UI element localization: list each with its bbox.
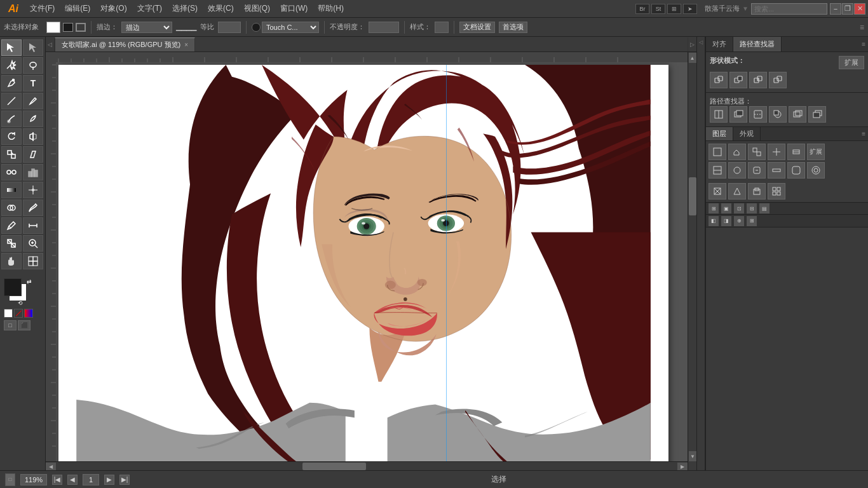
artboard-number-input[interactable]: 1 (83, 474, 99, 485)
layout-icon-btn[interactable]: ⊞ (667, 4, 681, 14)
layers-icon-3[interactable] (748, 144, 766, 160)
expand-button[interactable]: 扩展 (839, 56, 864, 69)
brush-select[interactable]: Touch C... (262, 22, 319, 33)
st-icon-btn[interactable]: St (651, 4, 665, 14)
menu-window[interactable]: 窗口(W) (276, 1, 312, 16)
br-icon-btn[interactable]: Br (635, 4, 649, 14)
rpanel-tool-d[interactable]: ⊟ (747, 203, 757, 214)
layers-tab[interactable]: 图层 (706, 127, 733, 140)
rpanel-tool-i[interactable]: ⊞ (747, 216, 757, 226)
rpanel-tool-e[interactable]: ▤ (759, 203, 770, 214)
pen-tool-button[interactable] (1, 75, 22, 92)
pencil-tool-button[interactable] (23, 93, 43, 109)
layers-icon-15[interactable] (768, 183, 785, 200)
reflect-tool-button[interactable] (23, 128, 43, 145)
merge-button[interactable] (749, 106, 767, 123)
mesh-tool-button[interactable] (23, 182, 43, 198)
swap-colors-button[interactable]: ⇄ (27, 278, 32, 285)
none-box[interactable] (76, 23, 86, 32)
gradient-tool-button[interactable] (1, 182, 22, 198)
align-tab[interactable]: 对齐 (706, 37, 733, 51)
print-tiling-button[interactable] (23, 253, 43, 269)
rpanel-tool-f[interactable]: ◧ (709, 216, 719, 226)
menu-help[interactable]: 帮助(H) (313, 1, 348, 16)
slice-button[interactable] (1, 235, 22, 252)
tab-collapse-right[interactable]: ▷ (688, 37, 696, 51)
next-page-button[interactable]: ▶ (104, 475, 114, 485)
normal-mode-button[interactable]: □ (4, 320, 17, 330)
layers-icon-1[interactable] (709, 144, 726, 160)
hand-tool-button[interactable] (1, 253, 22, 269)
expand-layers-btn[interactable]: 扩展 (807, 144, 825, 160)
restore-button[interactable]: ❐ (842, 3, 853, 15)
live-paint-button[interactable] (23, 200, 43, 216)
layers-icon-4[interactable] (768, 144, 785, 160)
minimize-button[interactable]: − (830, 3, 841, 15)
menu-object[interactable]: 对象(O) (96, 1, 131, 16)
line-tool-button[interactable] (1, 93, 22, 109)
horizontal-scrollbar[interactable]: ◀ ▶ (46, 461, 688, 470)
stroke-select[interactable]: 描边 (121, 22, 172, 33)
panel-menu-icon[interactable]: ≡ (862, 41, 865, 48)
measure-button[interactable] (23, 217, 43, 234)
rpanel-tool-a[interactable]: ⊞ (709, 203, 719, 214)
vertical-scrollbar[interactable]: ▲ ▼ (688, 52, 696, 470)
select-tool-button[interactable] (1, 39, 22, 56)
blob-brush-tool-button[interactable] (23, 111, 43, 127)
intersect-button[interactable] (749, 72, 767, 88)
menu-edit[interactable]: 编辑(E) (60, 1, 95, 16)
column-graph-button[interactable] (23, 164, 43, 180)
close-button[interactable]: ✕ (854, 3, 865, 15)
search-input[interactable] (751, 3, 827, 15)
tab-collapse-left[interactable]: ◁ (46, 37, 55, 51)
doc-setup-button[interactable]: 文档设置 (459, 22, 495, 33)
eyedropper-button[interactable] (1, 217, 22, 234)
menu-view[interactable]: 视图(Q) (240, 1, 275, 16)
layers-icon-11[interactable] (807, 162, 825, 179)
scale-tool-button[interactable] (1, 146, 22, 163)
divide-button[interactable] (710, 106, 728, 123)
reset-colors-button[interactable]: ⟲ (18, 300, 23, 306)
layers-menu-icon[interactable]: ≡ (862, 130, 865, 137)
settings-icon[interactable]: ≡ (860, 23, 864, 32)
minus-back-button[interactable] (808, 106, 826, 123)
appearance-tab[interactable]: 外观 (733, 127, 761, 140)
layers-icon-5[interactable] (787, 144, 805, 160)
zoom-tool-button[interactable] (23, 235, 43, 252)
paintbrush-tool-button[interactable] (1, 111, 22, 127)
menu-text[interactable]: 文字(T) (133, 1, 166, 16)
gradient-swatch[interactable] (24, 309, 33, 318)
zoom-input[interactable]: 119% (20, 474, 47, 485)
shape-builder-button[interactable] (1, 200, 22, 216)
arrow-icon-btn[interactable]: ➤ (683, 4, 697, 14)
layers-icon-12[interactable] (709, 183, 726, 200)
type-tool-button[interactable]: T (23, 75, 43, 92)
shear-tool-button[interactable] (23, 146, 43, 163)
layers-icon-6[interactable] (709, 162, 726, 179)
lasso-tool-button[interactable] (23, 57, 43, 74)
fg-color-swatch[interactable] (4, 278, 22, 296)
tab-close-button[interactable]: × (184, 41, 188, 48)
rpanel-tool-c[interactable]: ⊡ (734, 203, 744, 214)
rpanel-tool-g[interactable]: ◨ (721, 216, 731, 226)
layers-icon-13[interactable] (728, 183, 746, 200)
magic-wand-button[interactable] (1, 57, 22, 74)
blend-tool-button[interactable] (1, 164, 22, 180)
rpanel-tool-h[interactable]: ⊕ (734, 216, 744, 226)
stroke-width-input[interactable]: 1 pt (218, 22, 241, 33)
stroke-color-box[interactable] (63, 23, 73, 32)
outline-button[interactable] (789, 106, 806, 123)
unite-button[interactable] (710, 72, 728, 88)
horizontal-scroll-thumb[interactable] (302, 463, 366, 470)
page-thumb-button[interactable]: □ (5, 473, 15, 486)
trim-button[interactable] (729, 106, 747, 123)
minus-front-button[interactable] (729, 72, 747, 88)
direct-select-tool-button[interactable] (23, 39, 43, 56)
rotate-tool-button[interactable] (1, 128, 22, 145)
vertical-scroll-thumb[interactable] (689, 177, 696, 215)
layers-icon-2[interactable] (728, 144, 746, 160)
layers-icon-7[interactable] (728, 162, 746, 179)
menu-select[interactable]: 选择(S) (168, 1, 202, 16)
fill-color-box[interactable] (46, 22, 60, 33)
opacity-input[interactable]: 100% (369, 22, 399, 33)
